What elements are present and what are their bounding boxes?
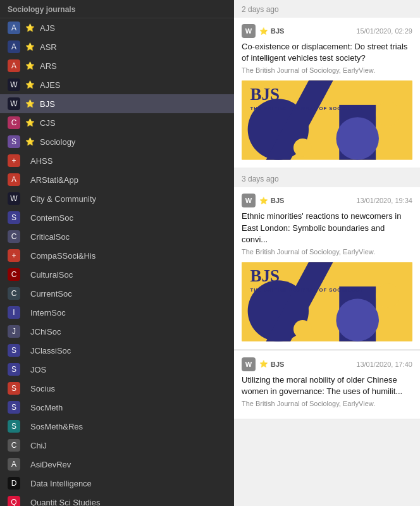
- article-journal-art2: The British Journal of Sociology, EarlyV…: [242, 248, 412, 256]
- article-card-art3[interactable]: W⭐BJS13/01/2020, 17:40Utilizing the mora…: [234, 351, 420, 419]
- sidebar-label-jos: JOS: [30, 365, 226, 374]
- sidebar-label-ahss: AHSS: [30, 156, 226, 166]
- sidebar-label-chij: ChiJ: [30, 441, 226, 450]
- article-star-art2: ⭐: [259, 197, 268, 205]
- sidebar-item-asidevrev[interactable]: AAsiDevRev: [0, 455, 234, 474]
- svg-point-6: [293, 139, 312, 157]
- date-separator: 3 days ago: [234, 170, 420, 187]
- sidebar-item-criticalsoc[interactable]: CCriticalSoc: [0, 227, 234, 246]
- sidebar-label-dataint: Data Intelligence: [30, 479, 226, 488]
- sidebar-icon-culturalsoc: C: [8, 268, 20, 281]
- sidebar-list[interactable]: A⭐AJSA⭐ASRA⭐ARSW⭐AJESW⭐BJSC⭐CJSS⭐Sociolo…: [0, 18, 234, 506]
- article-source-art3: ⭐BJS: [259, 360, 352, 368]
- sidebar-item-chij[interactable]: CChiJ: [0, 436, 234, 455]
- sidebar-icon-jclassisoc: S: [8, 344, 20, 357]
- sidebar-item-jclassisoc[interactable]: SJClassiSoc: [0, 341, 234, 360]
- sidebar-item-socmeth[interactable]: SSocMeth: [0, 398, 234, 417]
- sidebar-item-dataint[interactable]: DData Intelligence: [0, 474, 234, 493]
- sidebar-star-asr: ⭐: [25, 42, 35, 51]
- sidebar-item-sosmethres[interactable]: SSosMeth&Res: [0, 417, 234, 436]
- sidebar-label-citycomm: City & Community: [30, 194, 226, 204]
- article-avatar-art3: W: [242, 357, 256, 371]
- sidebar-icon-currentsoc: C: [8, 287, 20, 300]
- article-image-art2: BJSTHE BRITISH JOURNAL OF SOCIOLOGY: [242, 261, 412, 343]
- sidebar-item-socius[interactable]: SSocius: [0, 379, 234, 398]
- sidebar-label-cjs: CJS: [40, 118, 226, 128]
- sidebar-item-arstatiapp[interactable]: AARStati&App: [0, 170, 234, 189]
- date-separator: 2 days ago: [234, 0, 420, 18]
- sidebar-icon-cjs: C: [8, 116, 20, 129]
- sidebar-icon-citycomm: W: [8, 192, 20, 205]
- sidebar-item-asr[interactable]: A⭐ASR: [0, 37, 234, 56]
- sidebar-item-ahss[interactable]: +AHSS: [0, 151, 234, 170]
- sidebar-item-cjs[interactable]: C⭐CJS: [0, 113, 234, 132]
- sidebar-label-criticalsoc: CriticalSoc: [30, 232, 226, 242]
- sidebar-label-jclassisoc: JClassiSoc: [30, 346, 226, 355]
- sidebar-icon-jos: S: [8, 363, 20, 376]
- sidebar-header: Sociology journals: [0, 0, 234, 18]
- sidebar-star-ars: ⭐: [25, 61, 35, 70]
- svg-text:BJS: BJS: [250, 266, 280, 285]
- article-meta-art1: W⭐BJS15/01/2020, 02:29: [242, 24, 412, 38]
- sidebar-item-culturalsoc[interactable]: CCulturalSoc: [0, 265, 234, 284]
- sidebar-icon-contemsoc: S: [8, 211, 20, 224]
- sidebar-icon-chij: C: [8, 439, 20, 452]
- article-source-name-art3: BJS: [271, 361, 284, 368]
- sidebar-item-citycomm[interactable]: WCity & Community: [0, 189, 234, 208]
- sidebar-item-bjs[interactable]: W⭐BJS: [0, 94, 234, 113]
- sidebar-item-ajs[interactable]: A⭐AJS: [0, 18, 234, 37]
- sidebar-item-compassochi[interactable]: +CompaSSoci&His: [0, 246, 234, 265]
- sidebar-icon-socmeth: S: [8, 401, 20, 414]
- sidebar-icon-compassochi: +: [8, 249, 20, 262]
- sidebar-icon-ajes: W: [8, 78, 20, 91]
- sidebar-item-internsoc[interactable]: IInternSoc: [0, 303, 234, 322]
- article-meta-art2: W⭐BJS13/01/2020, 19:34: [242, 194, 412, 207]
- sidebar-label-ars: ARS: [40, 61, 226, 71]
- article-star-art3: ⭐: [259, 360, 268, 368]
- sidebar-icon-ahss: +: [8, 154, 20, 167]
- sidebar-item-jchisoc[interactable]: JJChiSoc: [0, 322, 234, 341]
- sidebar-label-compassochi: CompaSSoci&His: [30, 251, 226, 261]
- sidebar-item-ajes[interactable]: W⭐AJES: [0, 75, 234, 94]
- sidebar-label-socmeth: SocMeth: [30, 403, 226, 412]
- sidebar-item-jos[interactable]: SJOS: [0, 360, 234, 379]
- sidebar-star-bjs: ⭐: [25, 99, 35, 108]
- sidebar-item-contemsoc[interactable]: SContemSoc: [0, 208, 234, 227]
- article-title-art3: Utilizing the moral nobility of older Ch…: [242, 374, 412, 397]
- sidebar-label-sosmethres: SosMeth&Res: [30, 422, 226, 431]
- sidebar-star-ajs: ⭐: [25, 23, 35, 32]
- sidebar-item-sociology[interactable]: S⭐Sociology: [0, 132, 234, 151]
- sidebar-icon-jchisoc: J: [8, 325, 20, 338]
- article-card-art1[interactable]: W⭐BJS15/01/2020, 02:29Co-existence or di…: [234, 18, 420, 168]
- svg-point-13: [376, 283, 400, 308]
- sidebar-label-sociology: Sociology: [40, 137, 226, 147]
- article-meta-art3: W⭐BJS13/01/2020, 17:40: [242, 357, 412, 371]
- article-card-art2[interactable]: W⭐BJS13/01/2020, 19:34Ethnic minorities'…: [234, 187, 420, 350]
- svg-point-3: [336, 118, 379, 161]
- article-time-art2: 13/01/2020, 19:34: [356, 197, 412, 204]
- article-avatar-art2: W: [242, 194, 256, 207]
- sidebar-label-socius: Socius: [30, 384, 226, 393]
- sidebar-icon-arstatiapp: A: [8, 173, 20, 186]
- sidebar-icon-dataint: D: [8, 477, 20, 490]
- article-image-art1: BJSTHE BRITISH JOURNAL OF SOCIOLOGY: [242, 79, 412, 161]
- sidebar-icon-bjs: W: [8, 97, 20, 110]
- svg-text:THE BRITISH JOURNAL OF SOCIOLO: THE BRITISH JOURNAL OF SOCIOLOGY: [250, 287, 364, 293]
- sidebar-icon-asr: A: [8, 40, 20, 53]
- sidebar-star-cjs: ⭐: [25, 118, 35, 127]
- sidebar-item-quantitsci[interactable]: QQuantit Sci Studies: [0, 493, 234, 506]
- sidebar-label-asr: ASR: [40, 42, 226, 52]
- article-journal-art3: The British Journal of Sociology, EarlyV…: [242, 400, 412, 407]
- sidebar-label-arstatiapp: ARStati&App: [30, 175, 226, 185]
- sidebar-item-ars[interactable]: A⭐ARS: [0, 56, 234, 75]
- sidebar-label-asidevrev: AsiDevRev: [30, 460, 226, 469]
- article-source-name-art2: BJS: [271, 197, 284, 204]
- sidebar-icon-sosmethres: S: [8, 420, 20, 433]
- bjs-banner-image: BJSTHE BRITISH JOURNAL OF SOCIOLOGY: [242, 79, 412, 161]
- sidebar-item-currentsoc[interactable]: CCurrentSoc: [0, 284, 234, 303]
- article-journal-art1: The British Journal of Sociology, EarlyV…: [242, 66, 412, 74]
- sidebar-icon-ars: A: [8, 59, 20, 72]
- sidebar-label-internsoc: InternSoc: [30, 308, 226, 318]
- sidebar-icon-sociology: S: [8, 135, 20, 148]
- article-source-art2: ⭐BJS: [259, 197, 352, 205]
